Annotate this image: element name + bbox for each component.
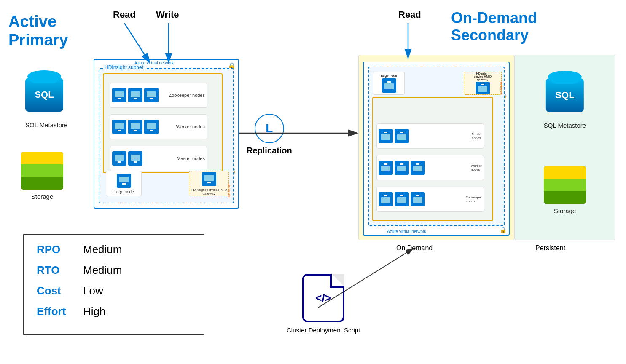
svg-line-3 bbox=[124, 23, 150, 62]
cluster-deploy-label: Cluster Deployment Script bbox=[287, 327, 360, 334]
hadoop-label-left: HADOOP bbox=[227, 184, 231, 198]
storage-icon-right bbox=[544, 166, 586, 204]
worker-label: Worker nodes bbox=[176, 124, 205, 129]
sql-metastore-label-left: SQL Metastore bbox=[25, 121, 67, 128]
rto-key: RTO bbox=[37, 264, 83, 277]
on-demand-label: On Demand bbox=[396, 244, 433, 252]
effort-key: Effort bbox=[37, 305, 83, 318]
rpo-key: RPO bbox=[37, 243, 83, 256]
azure-vnet-label-right: Azure virtual network bbox=[387, 229, 426, 234]
read-label-right: Read bbox=[398, 9, 421, 20]
gateway-label: HDInsight service HMID gateway bbox=[189, 188, 228, 195]
zookeeper-row: Zookeeper nodes bbox=[110, 83, 207, 108]
storage-label-right: Storage bbox=[544, 207, 586, 214]
hdinsight-box-right: Azure virtual network 🔒 🐝 🐝 Zookeepernod… bbox=[363, 62, 510, 236]
sql-metastore-right: SQL SQL Metastore bbox=[544, 78, 586, 129]
code-icon-text: </> bbox=[315, 292, 331, 305]
persistent-label: Persistent bbox=[535, 244, 565, 252]
master-row: Master nodes bbox=[110, 146, 207, 171]
sql-metastore-label-right: SQL Metastore bbox=[544, 122, 586, 129]
hdinsight-subnet-left: HDInsight subnet Zookeeper nodes bbox=[99, 68, 234, 203]
cost-key: Cost bbox=[37, 284, 83, 297]
zookeeper-label: Zookeeper nodes bbox=[169, 93, 205, 98]
write-label: Write bbox=[156, 9, 179, 20]
cluster-deploy-area: </> Cluster Deployment Script bbox=[287, 274, 360, 334]
cost-value: Low bbox=[83, 284, 103, 297]
rto-value: Medium bbox=[83, 264, 122, 277]
master-label: Master nodes bbox=[177, 156, 205, 161]
info-box: RPO Medium RTO Medium Cost Low Effort Hi… bbox=[23, 234, 204, 335]
effort-row: Effort High bbox=[37, 305, 191, 318]
storage-label-left: Storage bbox=[21, 193, 63, 200]
edge-row: Edge node bbox=[106, 171, 142, 196]
code-icon: </> bbox=[302, 274, 344, 322]
replication-circle: L bbox=[255, 114, 284, 143]
lock-icon-right: 🔒 bbox=[500, 227, 507, 233]
subnet-label-left: HDInsight subnet bbox=[103, 64, 145, 70]
read-label-left: Read bbox=[113, 9, 136, 20]
gateway-box: HDInsight service HMID gateway bbox=[189, 171, 229, 196]
sql-text-right: SQL bbox=[555, 90, 574, 101]
on-demand-box: Azure virtual network 🔒 🐝 🐝 Zookeepernod… bbox=[358, 55, 514, 240]
sql-text-left: SQL bbox=[35, 89, 54, 100]
replication-label: Replication bbox=[247, 146, 292, 155]
rpo-value: Medium bbox=[83, 243, 122, 256]
sql-metastore-left: SQL SQL Metastore bbox=[25, 78, 67, 128]
rto-row: RTO Medium bbox=[37, 264, 191, 277]
worker-row: Worker nodes bbox=[110, 114, 207, 139]
main-container: Active Primary Read Write Read On-Demand… bbox=[0, 0, 626, 364]
rpo-row: RPO Medium bbox=[37, 243, 191, 256]
edge-label: Edge node bbox=[113, 190, 134, 194]
persistent-box: SQL SQL Metastore Storage bbox=[514, 55, 615, 240]
replication-area: L Replication bbox=[247, 114, 292, 155]
on-demand-secondary-label: On-Demand Secondary bbox=[451, 9, 537, 44]
storage-left: Storage bbox=[21, 152, 63, 200]
effort-value: High bbox=[83, 305, 105, 318]
cost-row: Cost Low bbox=[37, 284, 191, 297]
hdinsight-box-left: ☁ Azure virtual network 🔒 🐝 🐝 HDInsight … bbox=[94, 59, 239, 209]
storage-icon-left bbox=[21, 152, 63, 190]
active-primary-label: Active Primary bbox=[8, 13, 68, 49]
storage-right: Storage bbox=[544, 166, 586, 214]
